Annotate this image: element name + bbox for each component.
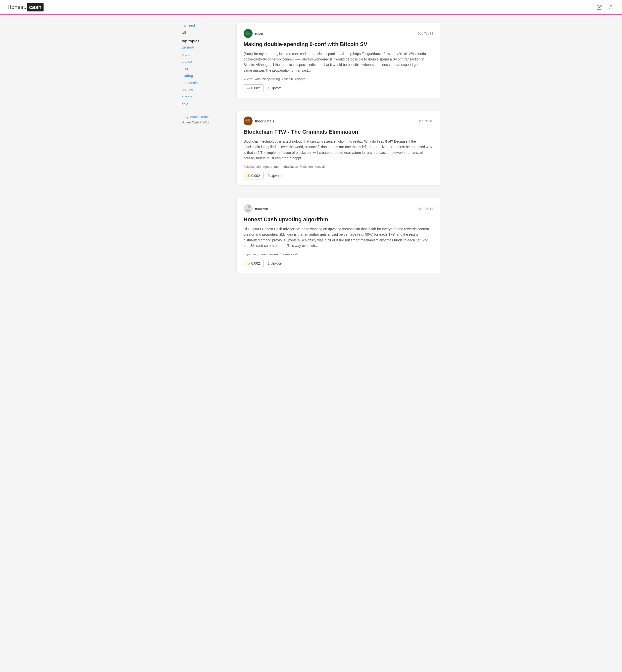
- avatar-theoriginals: [244, 116, 252, 126]
- sidebar-top-topics-label: top topics: [182, 39, 227, 43]
- post-title-3[interactable]: Honest Cash upvoting algorithm: [244, 216, 433, 223]
- divider-1: [236, 104, 440, 104]
- post-card-3: matewo Dec 7th 18 Honest Cash upvoting a…: [236, 198, 440, 273]
- sidebar-item-trading[interactable]: trading: [182, 73, 227, 79]
- svg-point-9: [249, 121, 250, 123]
- post-actions-2: Ƀ 0.002 0 Upvotes: [244, 172, 433, 179]
- tag-bitcoin[interactable]: #bitcoin: [282, 77, 293, 81]
- about-link[interactable]: About: [190, 114, 199, 120]
- post-date-3: Dec 7th 18: [417, 207, 433, 210]
- post-tags-3: #upvoting #mechanism #honestcash: [244, 253, 433, 256]
- author-name-2: theoriginals: [255, 119, 274, 123]
- post-header-1: reizu Dec 7th 18: [244, 29, 433, 38]
- tag-social[interactable]: #social: [315, 165, 325, 168]
- post-title-2[interactable]: Blockchain FTW - The Criminals Eliminati…: [244, 128, 433, 136]
- logo-link[interactable]: Honest.cash: [7, 3, 43, 11]
- footer-links: FAQ About Terms: [182, 114, 227, 120]
- terms-link[interactable]: Terms: [201, 114, 209, 120]
- bch-icon-3: Ƀ: [247, 261, 250, 265]
- svg-point-3: [248, 33, 250, 35]
- logo-box: cash: [27, 3, 43, 11]
- sidebar-footer: FAQ About Terms Honest Cash © 2018: [182, 114, 227, 125]
- post-date-1: Dec 7th 18: [417, 32, 433, 35]
- upvote-count-1: 1 Upvote: [268, 86, 282, 90]
- sidebar-item-politics[interactable]: politics: [182, 87, 227, 93]
- svg-point-0: [610, 5, 612, 7]
- tip-button-1[interactable]: Ƀ 0.002: [244, 85, 264, 92]
- tip-button-3[interactable]: Ƀ 0.002: [244, 260, 264, 267]
- header-icons: [596, 4, 615, 11]
- copyright-text: Honest Cash © 2018: [182, 121, 227, 124]
- bch-icon-1: Ƀ: [247, 86, 250, 90]
- tag-0conf[interactable]: #0conf: [244, 77, 253, 81]
- upvote-count-3: 1 Upvote: [268, 261, 282, 265]
- logo-text: Honest: [7, 4, 25, 10]
- sidebar-item-dev[interactable]: dev: [182, 101, 227, 107]
- main-feed: reizu Dec 7th 18 Making double-spending …: [236, 23, 440, 279]
- post-excerpt-1: (Sorry for my poor english, you can read…: [244, 51, 433, 73]
- avatar-matewo: [244, 204, 252, 213]
- write-icon[interactable]: [596, 4, 602, 11]
- tag-mechanism[interactable]: #mechanism: [260, 253, 278, 256]
- post-card-1: reizu Dec 7th 18 Making double-spending …: [236, 23, 440, 98]
- tip-button-2[interactable]: Ƀ 0.002: [244, 172, 264, 179]
- svg-point-10: [244, 204, 252, 213]
- tip-amount-3: 0.002: [251, 261, 260, 265]
- sidebar: my feed all top topics general bitcoin c…: [182, 23, 227, 279]
- tag-upvoting[interactable]: #upvoting: [244, 253, 257, 256]
- post-title-1[interactable]: Making double-spending 0-conf with Bitco…: [244, 41, 433, 48]
- post-date-2: Dec 7th 18: [417, 119, 433, 123]
- svg-point-7: [248, 119, 250, 121]
- tag-blockchain[interactable]: #blockchain: [244, 165, 261, 168]
- sidebar-item-economics[interactable]: economics: [182, 80, 227, 86]
- tag-government[interactable]: #government: [263, 165, 281, 168]
- post-tags-1: #0conf #doublespending #bitcoin #crypto: [244, 77, 433, 81]
- header: Honest.cash: [0, 0, 622, 15]
- tag-honestcash[interactable]: #honestcash: [280, 253, 298, 256]
- faq-link[interactable]: FAQ: [182, 114, 188, 120]
- post-tags-2: #blockchain #government #business #solut…: [244, 165, 433, 168]
- post-excerpt-2: Blockchain technology is a technology th…: [244, 139, 433, 161]
- author-name-1: reizu: [255, 31, 263, 36]
- post-excerpt-3: Hi Guys!As Honest Cash advisor I've been…: [244, 226, 433, 249]
- avatar-reizu: [244, 29, 252, 38]
- tag-business[interactable]: #business: [283, 165, 298, 168]
- bch-icon-2: Ƀ: [247, 174, 250, 178]
- sidebar-item-crypto[interactable]: crypto: [182, 59, 227, 64]
- divider-2: [236, 192, 440, 192]
- tip-amount-2: 0.002: [251, 174, 260, 178]
- post-header-2: theoriginals Dec 7th 18: [244, 116, 433, 126]
- sidebar-item-bitcoin[interactable]: bitcoin: [182, 52, 227, 58]
- post-author-1: reizu: [244, 29, 263, 38]
- post-actions-1: Ƀ 0.002 1 Upvote: [244, 85, 433, 92]
- main-layout: my feed all top topics general bitcoin c…: [177, 15, 445, 287]
- sidebar-item-my-feed[interactable]: my feed: [182, 23, 227, 28]
- author-name-3: matewo: [255, 207, 268, 211]
- user-icon[interactable]: [608, 4, 615, 11]
- upvote-count-2: 0 Upvotes: [268, 174, 283, 178]
- post-card-2: theoriginals Dec 7th 18 Blockchain FTW -…: [236, 110, 440, 186]
- tag-solution[interactable]: #solution: [300, 165, 313, 168]
- tag-doublespending[interactable]: #doublespending: [255, 77, 280, 81]
- sidebar-item-ann[interactable]: ann: [182, 66, 227, 72]
- post-author-3: matewo: [244, 204, 268, 213]
- post-header-3: matewo Dec 7th 18: [244, 204, 433, 213]
- tag-crypto[interactable]: #crypto: [295, 77, 306, 81]
- post-author-2: theoriginals: [244, 116, 274, 126]
- sidebar-item-all[interactable]: all: [182, 30, 227, 36]
- post-actions-3: Ƀ 0.002 1 Upvote: [244, 260, 433, 267]
- sidebar-item-altcoin[interactable]: altcoin: [182, 94, 227, 100]
- tip-amount-1: 0.002: [251, 86, 260, 90]
- sidebar-item-general[interactable]: general: [182, 44, 227, 50]
- svg-point-4: [246, 33, 248, 35]
